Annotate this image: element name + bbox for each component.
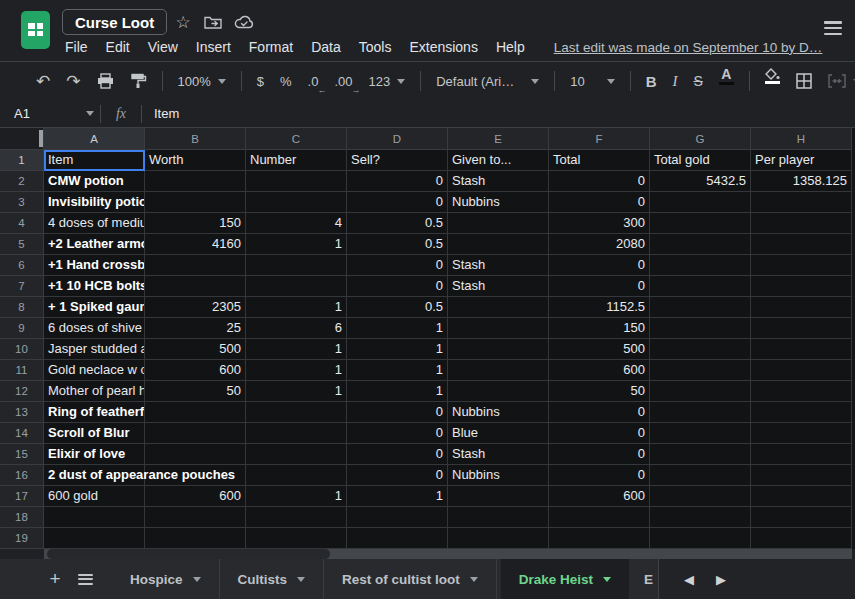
cell-E13[interactable]: Nubbins [448, 402, 549, 423]
cell-G11[interactable] [650, 360, 751, 381]
cell-H12[interactable] [751, 381, 852, 402]
cell-C8[interactable]: 1 [246, 297, 347, 318]
row-header-3[interactable]: 3 [0, 192, 44, 213]
cell-E6[interactable]: Stash [448, 255, 549, 276]
decrease-decimal-button[interactable]: .0← [300, 68, 327, 94]
horizontal-scrollbar[interactable] [44, 549, 852, 559]
menu-data[interactable]: Data [302, 39, 350, 55]
cell-F12[interactable]: 50 [549, 381, 650, 402]
cell-C14[interactable] [246, 423, 347, 444]
row-header-8[interactable]: 8 [0, 297, 44, 318]
cell-E16[interactable]: Nubbins [448, 465, 549, 486]
cell-B9[interactable]: 25 [145, 318, 246, 339]
row-header-11[interactable]: 11 [0, 360, 44, 381]
row-header-1[interactable]: 1 [0, 150, 44, 171]
cell-D6[interactable]: 0 [347, 255, 448, 276]
cell-G2[interactable]: 5432.5 [650, 171, 751, 192]
cell-G6[interactable] [650, 255, 751, 276]
cell-G4[interactable] [650, 213, 751, 234]
row-header-14[interactable]: 14 [0, 423, 44, 444]
cell-E19[interactable] [448, 528, 549, 549]
cell-D11[interactable]: 1 [347, 360, 448, 381]
cell-A16[interactable]: 2 dust of appearance pouches [44, 465, 145, 486]
row-header-18[interactable]: 18 [0, 507, 44, 528]
move-to-folder-icon[interactable] [202, 11, 224, 33]
row-header-9[interactable]: 9 [0, 318, 44, 339]
cell-B17[interactable]: 600 [145, 486, 246, 507]
sheet-tab-e[interactable]: E [639, 559, 658, 599]
cell-E12[interactable] [448, 381, 549, 402]
cell-G3[interactable] [650, 192, 751, 213]
bold-button[interactable]: B [638, 68, 665, 94]
cell-C9[interactable]: 6 [246, 318, 347, 339]
cell-H1[interactable]: Per player [751, 150, 852, 171]
cell-D1[interactable]: Sell? [347, 150, 448, 171]
cell-G14[interactable] [650, 423, 751, 444]
italic-button[interactable]: I [664, 68, 685, 94]
cell-F5[interactable]: 2080 [549, 234, 650, 255]
cell-C19[interactable] [246, 528, 347, 549]
cell-A2[interactable]: CMW potion [44, 171, 145, 192]
row-header-2[interactable]: 2 [0, 171, 44, 192]
cell-A12[interactable]: Mother of pearl h [44, 381, 145, 402]
cell-F9[interactable]: 150 [549, 318, 650, 339]
cell-H7[interactable] [751, 276, 852, 297]
row-header-13[interactable]: 13 [0, 402, 44, 423]
col-header-A[interactable]: A [44, 128, 145, 150]
cell-B18[interactable] [145, 507, 246, 528]
cell-D9[interactable]: 1 [347, 318, 448, 339]
cell-D13[interactable]: 0 [347, 402, 448, 423]
cell-A7[interactable]: +1 10 HCB bolts [44, 276, 145, 297]
cloud-status-icon[interactable] [233, 11, 255, 33]
cell-D3[interactable]: 0 [347, 192, 448, 213]
menu-extensions[interactable]: Extensions [400, 39, 486, 55]
cell-E2[interactable]: Stash [448, 171, 549, 192]
cell-H8[interactable] [751, 297, 852, 318]
document-title[interactable]: Curse Loot [62, 9, 167, 35]
cell-C11[interactable]: 1 [246, 360, 347, 381]
cell-D8[interactable]: 0.5 [347, 297, 448, 318]
col-header-G[interactable]: G [650, 128, 751, 150]
menu-view[interactable]: View [139, 39, 187, 55]
cell-E8[interactable] [448, 297, 549, 318]
cell-E4[interactable] [448, 213, 549, 234]
cell-G8[interactable] [650, 297, 751, 318]
cell-D18[interactable] [347, 507, 448, 528]
cell-D15[interactable]: 0 [347, 444, 448, 465]
cell-C3[interactable] [246, 192, 347, 213]
cell-D16[interactable]: 0 [347, 465, 448, 486]
row-header-16[interactable]: 16 [0, 465, 44, 486]
number-format-button[interactable]: 123 [360, 68, 413, 94]
cell-G10[interactable] [650, 339, 751, 360]
cell-G12[interactable] [650, 381, 751, 402]
sheet-tab-drake-heist[interactable]: Drake Heist [501, 559, 629, 599]
menu-file[interactable]: File [56, 39, 97, 55]
cell-B4[interactable]: 150 [145, 213, 246, 234]
cell-B8[interactable]: 2305 [145, 297, 246, 318]
cell-E5[interactable] [448, 234, 549, 255]
row-header-15[interactable]: 15 [0, 444, 44, 465]
col-header-B[interactable]: B [145, 128, 246, 150]
cell-D17[interactable]: 1 [347, 486, 448, 507]
cell-A19[interactable] [44, 528, 145, 549]
cell-A11[interactable]: Gold neclace w o [44, 360, 145, 381]
tab-scroll-right-icon[interactable]: ▶ [705, 572, 737, 587]
cell-A10[interactable]: Jasper studded a [44, 339, 145, 360]
cell-E7[interactable]: Stash [448, 276, 549, 297]
cell-F18[interactable] [549, 507, 650, 528]
fill-color-button[interactable] [757, 68, 788, 94]
cell-B11[interactable]: 600 [145, 360, 246, 381]
cell-F1[interactable]: Total [549, 150, 650, 171]
cell-F2[interactable]: 0 [549, 171, 650, 192]
format-percent-button[interactable]: % [272, 68, 300, 94]
cell-G13[interactable] [650, 402, 751, 423]
cell-C2[interactable] [246, 171, 347, 192]
cell-F6[interactable]: 0 [549, 255, 650, 276]
cell-C13[interactable] [246, 402, 347, 423]
cell-G5[interactable] [650, 234, 751, 255]
col-header-F[interactable]: F [549, 128, 650, 150]
add-sheet-button[interactable]: + [40, 559, 70, 599]
cell-C6[interactable] [246, 255, 347, 276]
cell-H13[interactable] [751, 402, 852, 423]
col-header-C[interactable]: C [246, 128, 347, 150]
